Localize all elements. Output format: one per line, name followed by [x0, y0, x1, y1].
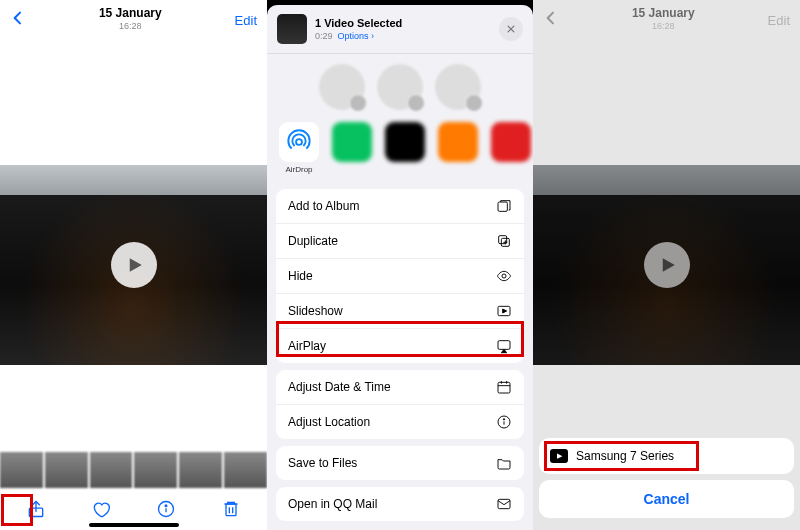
svg-marker-18	[503, 309, 507, 313]
header-text: 1 Video Selected 0:29 Options ›	[315, 17, 491, 42]
action-save-to-files[interactable]: Save to Files	[276, 446, 524, 480]
info-icon	[496, 414, 512, 430]
app-icon[interactable]	[491, 122, 531, 174]
actions-group-4: Open in QQ Mail	[276, 487, 524, 521]
back-button	[543, 10, 559, 30]
thumbnail[interactable]	[224, 452, 267, 488]
app-icon[interactable]	[438, 122, 478, 174]
thumbnail[interactable]	[90, 452, 133, 488]
svg-rect-21	[498, 382, 510, 393]
info-button[interactable]	[148, 491, 184, 527]
airdrop-app[interactable]: AirDrop	[279, 122, 319, 174]
svg-rect-28	[498, 499, 510, 508]
favorite-button[interactable]	[83, 491, 119, 527]
home-indicator	[89, 523, 179, 527]
airdrop-label: AirDrop	[279, 165, 319, 174]
svg-point-27	[503, 419, 504, 420]
highlight-airplay	[276, 321, 524, 357]
action-adjust-date[interactable]: Adjust Date & Time	[276, 370, 524, 405]
thumbnail[interactable]	[45, 452, 88, 488]
selected-title: 1 Video Selected	[315, 17, 402, 29]
contacts-row[interactable]	[267, 54, 533, 118]
title-time: 16:28	[99, 20, 162, 33]
play-rect-icon	[496, 303, 512, 319]
page-title: 15 January 16:28	[632, 7, 695, 33]
calendar-icon	[496, 379, 512, 395]
photos-detail-panel: 15 January 16:28 Edit	[0, 0, 267, 530]
duplicate-icon	[496, 233, 512, 249]
share-sheet-panel: 1 Video Selected 0:29 Options › Ai	[267, 0, 533, 530]
app-icon[interactable]	[385, 122, 425, 174]
title-time: 16:28	[632, 20, 695, 33]
actions-group-3: Save to Files	[276, 446, 524, 480]
airdrop-icon	[279, 122, 319, 162]
action-adjust-location[interactable]: Adjust Location	[276, 405, 524, 439]
thumbnail[interactable]	[179, 452, 222, 488]
options-link[interactable]: Options	[338, 31, 369, 41]
eye-icon	[496, 268, 512, 284]
app-icon[interactable]	[332, 122, 372, 174]
svg-point-16	[502, 274, 506, 278]
video-preview-dimmed	[533, 165, 800, 365]
play-icon	[644, 242, 690, 288]
apps-row[interactable]: AirDrop	[267, 118, 533, 182]
svg-marker-29	[663, 258, 675, 272]
highlight-device	[544, 441, 699, 471]
highlight-share	[1, 494, 33, 526]
contact-avatar[interactable]	[377, 64, 423, 110]
airplay-picker-panel: 15 January 16:28 Edit ▶ Samsung 7 Series…	[533, 0, 800, 530]
play-button[interactable]	[111, 242, 157, 288]
sheet-header: 1 Video Selected 0:29 Options ›	[267, 5, 533, 54]
thumbnail[interactable]	[0, 452, 43, 488]
edit-button[interactable]: Edit	[235, 13, 257, 28]
svg-rect-11	[498, 202, 507, 211]
airplay-device-list: ▶ Samsung 7 Series	[539, 438, 794, 474]
album-icon	[496, 198, 512, 214]
delete-button[interactable]	[213, 491, 249, 527]
folder-icon	[496, 455, 512, 471]
cancel-button[interactable]: Cancel	[539, 480, 794, 518]
video-preview[interactable]	[0, 165, 267, 365]
action-hide[interactable]: Hide	[276, 259, 524, 294]
close-button[interactable]	[499, 17, 523, 41]
thumbnail-strip[interactable]	[0, 452, 267, 488]
back-button[interactable]	[10, 10, 26, 30]
edit-button: Edit	[768, 13, 790, 28]
actions-group-2: Adjust Date & Time Adjust Location	[276, 370, 524, 439]
svg-point-4	[165, 505, 167, 507]
share-sheet: 1 Video Selected 0:29 Options › Ai	[267, 5, 533, 530]
action-open-qqmail[interactable]: Open in QQ Mail	[276, 487, 524, 521]
chevron-right-icon: ›	[371, 31, 374, 41]
mail-icon	[496, 496, 512, 512]
action-add-to-album[interactable]: Add to Album	[276, 189, 524, 224]
title-date: 15 January	[99, 7, 162, 20]
svg-marker-0	[130, 258, 142, 272]
header-thumbnail	[277, 14, 307, 44]
svg-rect-5	[226, 504, 236, 516]
contact-avatar[interactable]	[319, 64, 365, 110]
action-duplicate[interactable]: Duplicate	[276, 224, 524, 259]
airplay-popup: ▶ Samsung 7 Series Cancel	[539, 438, 794, 518]
selected-duration: 0:29	[315, 31, 333, 41]
thumbnail[interactable]	[134, 452, 177, 488]
topbar: 15 January 16:28 Edit	[0, 0, 267, 40]
page-title: 15 January 16:28	[99, 7, 162, 33]
svg-point-10	[296, 139, 302, 145]
title-date: 15 January	[632, 7, 695, 20]
topbar-dimmed: 15 January 16:28 Edit	[533, 0, 800, 40]
contact-avatar[interactable]	[435, 64, 481, 110]
